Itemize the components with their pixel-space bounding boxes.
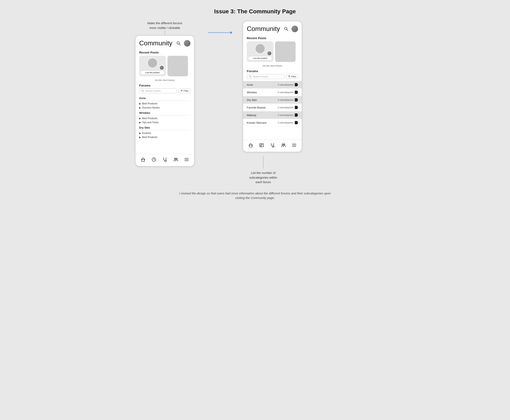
forum-row-dry-skin[interactable]: Dry Skin4 subcategories (243, 96, 302, 104)
bookmark-icon: ▶ (139, 132, 141, 135)
svg-point-32 (282, 144, 283, 145)
tag-icon (295, 98, 298, 102)
bookmark-icon: ▶ (139, 106, 141, 109)
center-arrow-area (200, 21, 241, 34)
post-caption: Dry Skin: Best Products (135, 79, 194, 82)
post-card-placeholder[interactable] (168, 56, 188, 76)
acne-best-products[interactable]: ▶ Best Products (139, 102, 190, 106)
svg-line-22 (251, 77, 251, 77)
forum-row-wrinkles[interactable]: Wrinkles4 subcategories (243, 89, 302, 96)
right-recent-posts-row: Love this product! (243, 41, 302, 64)
bookmark-icon: ▶ (139, 117, 141, 120)
dry-skin-eczema[interactable]: ▶ Eczema (139, 131, 190, 135)
right-post-card-1[interactable]: Love this product! (247, 41, 273, 62)
right-nav-menu[interactable] (292, 143, 297, 149)
forum-categories-old: Acne ▶ Best Products ▶ Success Stories W… (135, 95, 194, 140)
search-placeholder: Search Forums (145, 90, 161, 92)
svg-point-33 (284, 144, 285, 145)
svg-point-19 (259, 46, 261, 49)
right-filter-button[interactable]: Filter (286, 74, 298, 79)
forum-subcategory-count: 2 subcategories (278, 113, 298, 117)
tag-icon (295, 121, 298, 124)
nav-menu[interactable] (184, 157, 189, 163)
arrow-line (208, 32, 230, 33)
svg-line-5 (143, 91, 144, 92)
left-phone-title: Community (139, 39, 172, 47)
nav-community[interactable] (173, 157, 178, 163)
bottom-nav-left (135, 154, 194, 166)
forum-row-favorite-brands[interactable]: Favorite Brands2 subcategories (243, 104, 302, 111)
svg-point-28 (260, 146, 261, 147)
right-search-input[interactable]: Search Forums (247, 74, 285, 79)
filter-button[interactable]: Filter (178, 89, 190, 93)
svg-point-31 (274, 146, 274, 147)
forum-row-makeup[interactable]: Makeup2 subcategories (243, 111, 302, 119)
right-nav-home[interactable] (248, 143, 253, 149)
forums-label: Forums (135, 82, 194, 88)
right-post-avatar-small (267, 51, 272, 56)
dry-skin-best-products[interactable]: ▶ Best Products (139, 135, 190, 139)
right-nav-list[interactable] (259, 143, 264, 149)
category-wrinkles: Wrinkles ▶ Best Products ▶ Tips and Tric… (135, 110, 194, 125)
recent-posts-row: Love this product! (135, 56, 194, 79)
tag-icon (295, 83, 298, 86)
forum-row-korean-skincare[interactable]: Korean Skincare3 subcategories (243, 119, 302, 127)
forum-name: Favorite Brands (247, 106, 266, 109)
forum-row-acne[interactable]: Acne3 subcategories (243, 81, 302, 89)
forum-subcategory-count: 3 subcategories (278, 121, 298, 124)
forum-name: Acne (247, 83, 253, 86)
search-icon[interactable] (176, 40, 181, 46)
right-phone: Community Recent Posts (243, 21, 302, 152)
right-phone-title: Community (247, 25, 280, 33)
right-nav-community[interactable] (281, 143, 286, 149)
arrow-head (230, 31, 232, 34)
svg-point-20 (258, 49, 262, 52)
right-search-placeholder: Search Forums (253, 75, 268, 78)
right-post-card-placeholder[interactable] (275, 41, 296, 62)
svg-point-11 (166, 160, 167, 161)
left-phone-header: Community (135, 36, 194, 49)
nav-clock[interactable] (151, 157, 156, 163)
header-icons (176, 40, 190, 46)
svg-point-17 (285, 27, 287, 30)
svg-point-13 (176, 158, 177, 159)
nav-stethoscope[interactable] (162, 157, 167, 163)
forum-name: Dry Skin (247, 98, 257, 102)
bookmark-icon: ▶ (139, 121, 141, 124)
acne-success-stories[interactable]: ▶ Success Stories (139, 106, 190, 110)
nav-home[interactable] (141, 157, 146, 163)
tag-icon (295, 91, 298, 94)
right-annotation: List the number of subcategories within … (243, 156, 284, 185)
right-post-bubble: Love this product! (248, 56, 272, 60)
bottom-nav-right (243, 140, 302, 152)
forum-subcategory-count: 4 subcategories (278, 98, 298, 102)
right-search-icon[interactable] (283, 26, 289, 32)
post-avatar (147, 58, 158, 68)
forum-subcategory-count: 4 subcategories (278, 91, 298, 94)
tag-icon (295, 113, 298, 117)
bookmark-icon: ▶ (139, 136, 141, 139)
right-avatar[interactable] (291, 26, 298, 32)
svg-line-18 (287, 30, 288, 31)
bottom-note: I revised the design so that users had m… (175, 191, 335, 200)
avatar[interactable] (184, 40, 190, 46)
post-card-1[interactable]: Love this product! (139, 56, 166, 76)
svg-rect-26 (249, 145, 252, 147)
right-forums-label: Forums (243, 68, 302, 74)
svg-line-1 (179, 44, 180, 45)
right-recent-posts-label: Recent Posts (243, 35, 302, 41)
right-search-row: Search Forums Filter (243, 74, 302, 81)
svg-rect-9 (142, 159, 145, 161)
svg-point-3 (150, 64, 155, 66)
post-avatar-small (159, 65, 164, 70)
search-row: Search Forums Filter (135, 88, 194, 95)
search-input[interactable]: Search Forums (139, 88, 177, 93)
wrinkles-tips-tricks[interactable]: ▶ Tips and Tricks (139, 120, 190, 125)
page-title: Issue 3: The Community Page (214, 8, 296, 15)
right-nav-stethoscope[interactable] (270, 143, 275, 149)
svg-point-0 (177, 42, 179, 44)
right-post-caption: Dry Skin: Best Products (243, 64, 302, 68)
category-acne: Acne ▶ Best Products ▶ Success Stories (135, 95, 194, 110)
forum-name: Korean Skincare (247, 121, 266, 124)
wrinkles-best-products[interactable]: ▶ Best Products (139, 116, 190, 120)
